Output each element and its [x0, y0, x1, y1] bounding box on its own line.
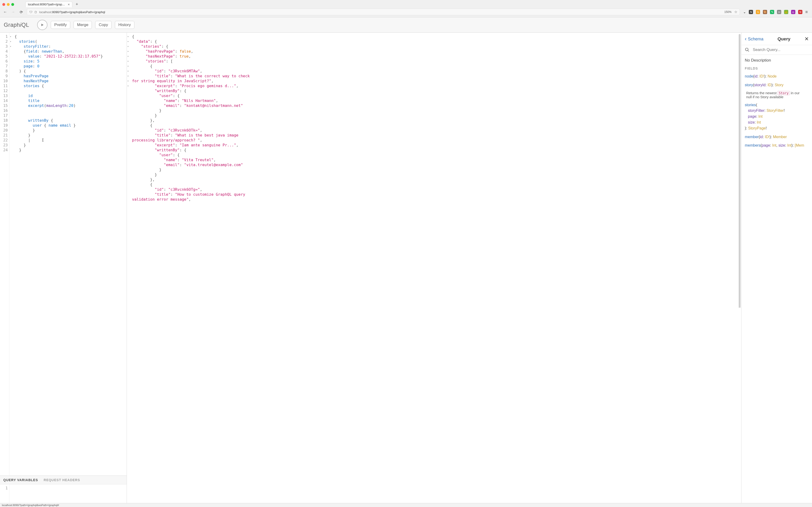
copy-button[interactable]: Copy — [95, 21, 112, 29]
url-path: :8090/?path=/graphql&wsPath=/graphql — [51, 10, 105, 14]
result-fold-gutter[interactable]: ▾▾▾▾▾▾▾▾▾▾▾ — [127, 33, 130, 507]
docs-body: No Description FIELDS node(id: ID!): Nod… — [742, 55, 812, 153]
tab-query-variables[interactable]: QUERY VARIABLES — [3, 478, 38, 482]
docs-close-button[interactable]: ✕ — [805, 36, 809, 42]
logo-text-1: Graph — [4, 21, 20, 28]
close-tab-icon[interactable]: ✕ — [68, 3, 70, 6]
extension-icon-4[interactable]: ✎ — [770, 10, 774, 14]
field-members[interactable]: members(page: Int, size: Int): [Mem — [745, 143, 809, 149]
bookmark-icon[interactable]: ☆ — [734, 10, 737, 14]
extension-icon-3[interactable]: 🎨 — [763, 10, 767, 14]
extension-icons: ⌄ N G 🎨 ✎ |•| 🐸 ◎ N ≡ — [743, 10, 809, 14]
docs-fields-heading: FIELDS — [745, 66, 809, 70]
query-code[interactable]: { stories( storyFilter: {field: newerTha… — [13, 33, 127, 475]
window-controls — [2, 3, 14, 6]
docs-search — [742, 45, 812, 55]
workspace: 123456789101112131415161718192021222324 … — [0, 33, 812, 507]
back-button[interactable]: ← — [3, 10, 7, 14]
status-bar: localhost:8090/?path=/graphql&wsPath=/gr… — [0, 503, 812, 507]
docs-header: ‹ Schema Query ✕ — [742, 33, 812, 45]
pocket-icon[interactable]: ⌄ — [743, 10, 746, 14]
search-icon — [745, 48, 750, 52]
new-tab-button[interactable]: + — [74, 2, 80, 7]
svg-line-1 — [748, 51, 749, 52]
field-member[interactable]: member(id: ID!): Member — [745, 134, 809, 140]
docs-back-button[interactable]: ‹ Schema — [745, 36, 763, 42]
result-code: { "data": { "stories": { "hasPrevPage": … — [130, 33, 741, 507]
extension-icon-1[interactable]: N — [749, 10, 753, 14]
svg-point-0 — [746, 48, 748, 51]
extension-icon-6[interactable]: 🐸 — [784, 10, 788, 14]
field-story-description: Returns the newest Story in our null if … — [746, 91, 809, 99]
extension-icon-7[interactable]: ◎ — [791, 10, 795, 14]
fold-gutter[interactable]: ▾▾▾ — [9, 33, 13, 475]
site-info-icon[interactable]: 🗋 — [34, 10, 37, 14]
extension-icon-5[interactable]: |•| — [777, 10, 781, 14]
play-icon — [41, 23, 44, 27]
field-stories[interactable]: stories( storyFilter: StoryFilter! page:… — [745, 102, 809, 131]
prettify-button[interactable]: Prettify — [51, 21, 70, 29]
docs-panel: ‹ Schema Query ✕ No Description FIELDS n… — [742, 33, 812, 507]
line-number-gutter: 123456789101112131415161718192021222324 — [0, 33, 9, 475]
docs-search-input[interactable] — [753, 48, 809, 52]
docs-back-label: Schema — [748, 37, 763, 42]
tab-title: localhost:8090/?path=/graphql&wsP — [28, 3, 65, 6]
menu-icon[interactable]: ≡ — [805, 10, 808, 14]
result-pane: ▾▾▾▾▾▾▾▾▾▾▾ { "data": { "stories": { "ha… — [127, 33, 742, 507]
url-host: localhost — [39, 10, 51, 14]
shield-icon[interactable]: 🛡 — [30, 10, 33, 14]
docs-title: Query — [777, 37, 791, 42]
query-editor[interactable]: 123456789101112131415161718192021222324 … — [0, 33, 127, 475]
chevron-left-icon: ‹ — [745, 36, 746, 42]
graphiql-toolbar: GraphiQL Prettify Merge Copy History — [0, 17, 812, 33]
execute-button[interactable] — [37, 20, 48, 30]
tab-strip: localhost:8090/?path=/graphql&wsP ✕ + — [0, 0, 812, 7]
history-button[interactable]: History — [115, 21, 134, 29]
merge-button[interactable]: Merge — [73, 21, 92, 29]
close-window-button[interactable] — [2, 3, 5, 6]
minimize-window-button[interactable] — [7, 3, 10, 6]
scrollbar[interactable] — [739, 34, 741, 490]
maximize-window-button[interactable] — [11, 3, 14, 6]
zoom-level[interactable]: 150% — [724, 10, 732, 14]
docs-no-description: No Description — [745, 58, 809, 63]
forward-button[interactable]: → — [11, 10, 15, 14]
query-editor-column: 123456789101112131415161718192021222324 … — [0, 33, 127, 507]
logo-text-2: QL — [21, 21, 29, 28]
field-story[interactable]: story(storyId: ID): Story — [745, 82, 809, 88]
tab-request-headers[interactable]: REQUEST HEADERS — [44, 478, 80, 482]
browser-tab[interactable]: localhost:8090/?path=/graphql&wsP ✕ — [25, 1, 72, 7]
app-logo: GraphiQL — [4, 21, 29, 28]
reload-button[interactable]: ⟳ — [19, 10, 23, 14]
extension-icon-8[interactable]: N — [798, 10, 802, 14]
address-row: ← → ⟳ 🛡 🗋 localhost:8090/?path=/graphql&… — [0, 7, 812, 17]
field-node[interactable]: node(id: ID!): Node — [745, 73, 809, 79]
address-bar[interactable]: 🛡 🗋 localhost:8090/?path=/graphql&wsPath… — [27, 9, 740, 15]
extension-icon-2[interactable]: G — [756, 10, 760, 14]
result-viewer[interactable]: ▾▾▾▾▾▾▾▾▾▾▾ { "data": { "stories": { "ha… — [127, 33, 741, 507]
secondary-editor-tabs: QUERY VARIABLES REQUEST HEADERS — [0, 475, 127, 485]
browser-chrome: localhost:8090/?path=/graphql&wsP ✕ + ← … — [0, 0, 812, 17]
